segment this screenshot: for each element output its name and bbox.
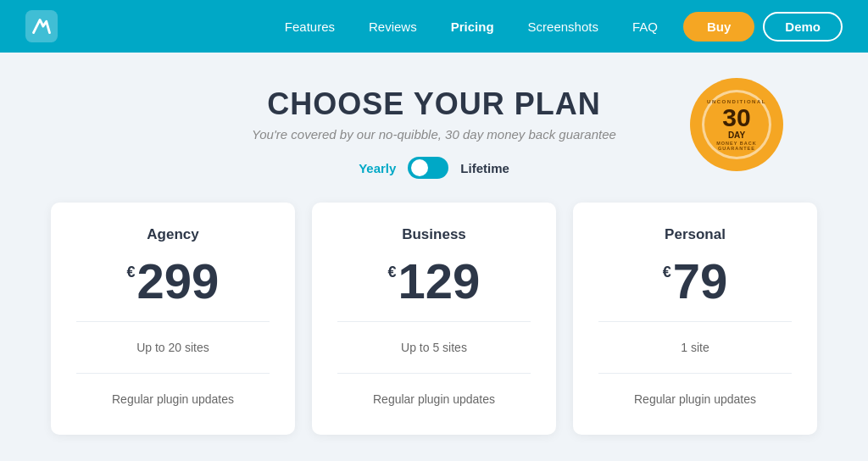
- badge-bottom-text: MONEY BACK GUARANTEE: [704, 141, 769, 151]
- badge-number: 30: [722, 105, 750, 131]
- business-divider-2: [337, 373, 531, 374]
- buy-button[interactable]: Buy: [683, 12, 754, 42]
- lifetime-label: Lifetime: [460, 161, 509, 175]
- demo-button[interactable]: Demo: [763, 12, 843, 42]
- guarantee-badge: UNCONDITIONAL 30 DAY MONEY BACK GUARANTE…: [690, 78, 783, 171]
- agency-plan-card: Agency € 299 Up to 20 sites Regular plug…: [51, 203, 295, 435]
- business-plan-price: € 129: [337, 257, 531, 306]
- agency-divider-1: [76, 321, 270, 322]
- personal-price-number: 79: [673, 257, 728, 306]
- nav-features[interactable]: Features: [285, 19, 335, 34]
- personal-plan-card: Personal € 79 1 site Regular plugin upda…: [573, 203, 817, 435]
- business-plan-title: Business: [337, 226, 531, 243]
- personal-plan-title: Personal: [598, 226, 792, 243]
- agency-feature-1: Up to 20 sites: [76, 332, 270, 363]
- logo-icon[interactable]: [25, 10, 58, 42]
- personal-plan-price: € 79: [598, 257, 792, 306]
- billing-toggle[interactable]: [408, 157, 448, 179]
- agency-divider-2: [76, 373, 270, 374]
- navbar: Features Reviews Pricing Screenshots FAQ…: [0, 0, 868, 53]
- nav-screenshots[interactable]: Screenshots: [528, 19, 598, 34]
- business-divider-1: [337, 321, 531, 322]
- business-feature-1: Up to 5 sites: [337, 332, 531, 363]
- business-plan-card: Business € 129 Up to 5 sites Regular plu…: [312, 203, 556, 435]
- agency-price-number: 299: [137, 257, 220, 306]
- badge-day: DAY: [728, 131, 745, 140]
- nav-reviews[interactable]: Reviews: [369, 19, 417, 34]
- svg-rect-0: [25, 10, 58, 42]
- personal-feature-2: Regular plugin updates: [598, 384, 792, 414]
- agency-plan-price: € 299: [76, 257, 270, 306]
- personal-feature-1: 1 site: [598, 332, 792, 363]
- business-feature-2: Regular plugin updates: [337, 384, 531, 414]
- nav-links: Features Reviews Pricing Screenshots FAQ: [285, 19, 658, 34]
- main-content: UNCONDITIONAL 30 DAY MONEY BACK GUARANTE…: [0, 53, 868, 460]
- agency-currency: €: [127, 264, 136, 281]
- personal-divider-1: [598, 321, 792, 322]
- business-currency: €: [388, 264, 397, 281]
- toggle-knob: [411, 159, 428, 176]
- personal-currency: €: [663, 264, 671, 281]
- agency-plan-title: Agency: [76, 226, 270, 243]
- yearly-label: Yearly: [359, 161, 396, 175]
- agency-feature-2: Regular plugin updates: [76, 384, 270, 414]
- pricing-cards: Agency € 299 Up to 20 sites Regular plug…: [51, 203, 817, 435]
- nav-pricing[interactable]: Pricing: [451, 19, 494, 34]
- nav-faq[interactable]: FAQ: [632, 19, 658, 34]
- business-price-number: 129: [398, 257, 481, 306]
- personal-divider-2: [598, 373, 792, 374]
